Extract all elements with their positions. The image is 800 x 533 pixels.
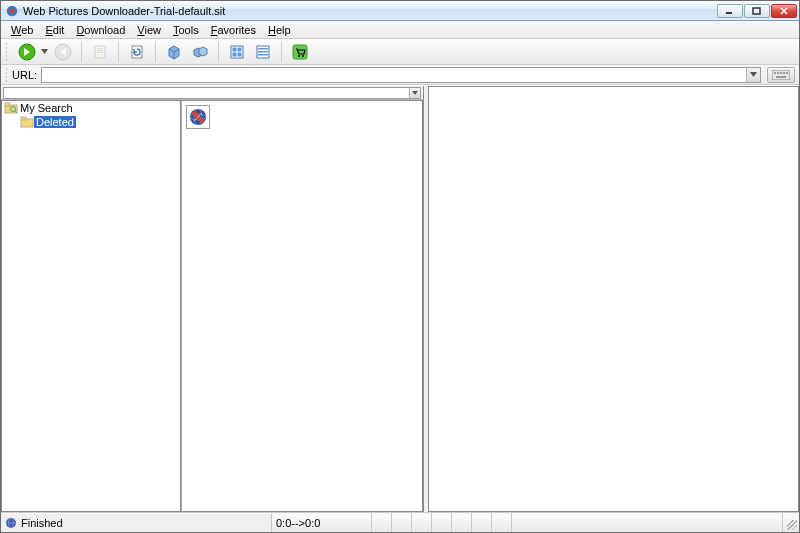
svg-rect-1: [726, 12, 732, 14]
tree-root-label: My Search: [18, 102, 75, 114]
svg-rect-34: [21, 117, 26, 120]
svg-point-20: [298, 55, 300, 57]
tree-view[interactable]: My Search Deleted: [1, 100, 181, 512]
sub-url-combo[interactable]: [3, 87, 421, 99]
svg-rect-24: [777, 72, 779, 74]
buy-button[interactable]: [288, 41, 312, 63]
svg-rect-8: [97, 52, 103, 53]
menu-view[interactable]: View: [131, 23, 167, 37]
urlbar-grip[interactable]: [5, 67, 8, 83]
details-view-button[interactable]: [251, 41, 275, 63]
menu-edit[interactable]: Edit: [39, 23, 70, 37]
svg-point-21: [302, 55, 304, 57]
menu-favorites[interactable]: Favorites: [205, 23, 262, 37]
go-button[interactable]: [15, 41, 39, 63]
urlbar: URL:: [1, 65, 799, 85]
svg-rect-27: [786, 72, 788, 74]
sub-url-dropdown[interactable]: [409, 88, 420, 98]
main-area: My Search Deleted: [1, 85, 799, 512]
menu-tools[interactable]: Tools: [167, 23, 205, 37]
status-flex: [512, 513, 783, 532]
status-slot-7: [492, 513, 512, 532]
sub-url-input[interactable]: [4, 88, 409, 98]
left-pane: My Search Deleted: [1, 86, 424, 512]
toolbar: [1, 39, 799, 65]
resize-grip[interactable]: [783, 513, 799, 532]
status-slot-6: [472, 513, 492, 532]
thumbnails-view-button[interactable]: [225, 41, 249, 63]
go-dropdown[interactable]: [40, 41, 48, 63]
menubar: Web Edit Download View Tools Favorites H…: [1, 21, 799, 39]
svg-rect-22: [772, 70, 790, 80]
status-slot-4: [432, 513, 452, 532]
maximize-button[interactable]: [744, 4, 770, 18]
images-box-button[interactable]: [162, 41, 186, 63]
url-input[interactable]: [42, 68, 746, 82]
svg-rect-17: [258, 51, 268, 53]
status-slot-2: [392, 513, 412, 532]
search-folder-icon: [4, 102, 18, 114]
toolbar-grip[interactable]: [5, 42, 8, 62]
status-text: Finished: [21, 517, 63, 529]
svg-rect-12: [238, 47, 242, 51]
stop-button[interactable]: [88, 41, 112, 63]
svg-rect-13: [233, 52, 237, 56]
url-label: URL:: [12, 69, 37, 81]
app-icon: [5, 4, 19, 18]
refresh-button[interactable]: [125, 41, 149, 63]
list-item[interactable]: [186, 105, 210, 129]
tree-root[interactable]: My Search: [2, 101, 180, 115]
svg-rect-25: [780, 72, 782, 74]
list-view[interactable]: [181, 100, 423, 512]
menu-help[interactable]: Help: [262, 23, 297, 37]
back-button[interactable]: [51, 41, 75, 63]
status-slot-5: [452, 513, 472, 532]
status-time: 0:0-->0:0: [272, 513, 372, 532]
svg-rect-30: [5, 103, 10, 106]
window-title: Web Pictures Downloader-Trial-default.si…: [23, 5, 716, 17]
svg-rect-14: [238, 52, 242, 56]
svg-rect-6: [97, 48, 103, 49]
keyboard-button[interactable]: [767, 67, 795, 83]
status-slot-3: [412, 513, 432, 532]
tree-deleted[interactable]: Deleted: [2, 115, 180, 129]
menu-web[interactable]: Web: [5, 23, 39, 37]
titlebar[interactable]: Web Pictures Downloader-Trial-default.si…: [1, 1, 799, 21]
globe-icon: [188, 107, 208, 127]
svg-rect-18: [258, 54, 268, 56]
images-box2-button[interactable]: [188, 41, 212, 63]
close-button[interactable]: [771, 4, 797, 18]
svg-rect-16: [258, 48, 268, 50]
minimize-button[interactable]: [717, 4, 743, 18]
menu-download[interactable]: Download: [70, 23, 131, 37]
tree-deleted-label: Deleted: [34, 116, 76, 128]
url-dropdown[interactable]: [746, 68, 760, 82]
svg-rect-11: [233, 47, 237, 51]
url-combo[interactable]: [41, 67, 761, 83]
status-main: Finished: [1, 513, 272, 532]
svg-rect-26: [783, 72, 785, 74]
status-globe-icon: [5, 517, 17, 529]
deleted-folder-icon: [20, 116, 34, 128]
app-window: Web Pictures Downloader-Trial-default.si…: [0, 0, 800, 533]
preview-pane[interactable]: [428, 86, 799, 512]
svg-rect-7: [97, 50, 103, 51]
status-slot-1: [372, 513, 392, 532]
svg-rect-23: [774, 72, 776, 74]
sub-urlbar: [1, 86, 423, 100]
svg-rect-2: [753, 8, 760, 14]
svg-rect-28: [776, 76, 786, 78]
statusbar: Finished 0:0-->0:0: [1, 512, 799, 532]
